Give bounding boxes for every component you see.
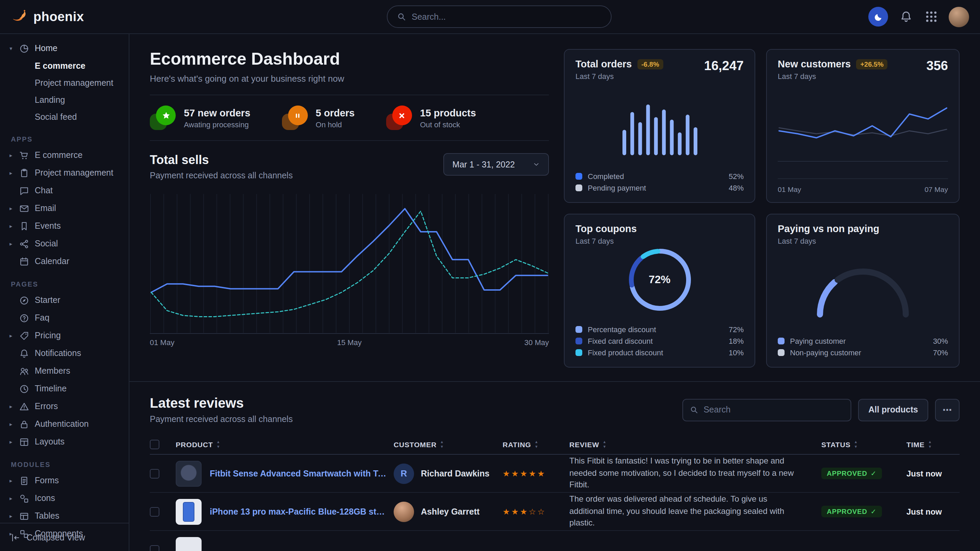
- brand-name: phoenix: [33, 9, 84, 24]
- column-header-rating[interactable]: RATING▲▼: [503, 440, 563, 449]
- reviews-search[interactable]: [682, 399, 851, 421]
- sidebar-item-social[interactable]: ▸Social: [0, 235, 129, 252]
- review-row: iPhone 13 pro max-Pacific Blue-128GB sto…: [150, 493, 959, 531]
- sidebar-item-authentication[interactable]: ▸Authentication: [0, 415, 129, 433]
- sidebar-item-starter[interactable]: Starter: [0, 291, 129, 309]
- sidebar-section-label-pages: PAGES: [11, 280, 118, 288]
- card-period: Last 7 days: [778, 72, 888, 80]
- sidebar-item-label: Starter: [35, 295, 60, 305]
- total-sells-chart: [150, 190, 549, 334]
- reviews-table-header: PRODUCT▲▼CUSTOMER▲▼RATING▲▼REVIEW▲▼STATU…: [150, 435, 959, 455]
- sort-icon: ▲▼: [216, 440, 220, 449]
- reviews-search-input[interactable]: [703, 405, 844, 414]
- column-label: RATING: [503, 440, 531, 449]
- reviews-title: Latest reviews: [150, 395, 293, 411]
- sidebar-item-layouts[interactable]: ▸Layouts: [0, 433, 129, 451]
- legend-label: Pending payment: [588, 183, 646, 192]
- sidebar-item-email[interactable]: ▸Email: [0, 199, 129, 217]
- warning-icon: [19, 401, 29, 411]
- sidebar-item-faq[interactable]: Faq: [0, 309, 129, 327]
- column-label: REVIEW: [570, 440, 599, 449]
- stat-on-hold: 5 ordersOn hold: [282, 105, 355, 130]
- legend-label: Fixed card discount: [588, 337, 653, 345]
- global-search-input[interactable]: [412, 12, 601, 21]
- total-orders-bar-chart: [622, 95, 697, 155]
- row-checkbox[interactable]: [150, 468, 159, 478]
- sidebar-item-pricing[interactable]: ▸Pricing: [0, 327, 129, 345]
- brand[interactable]: phoenix: [11, 8, 129, 25]
- sidebar-item-e-commerce[interactable]: ▸E commerce: [0, 146, 129, 164]
- sidebar-item-timeline[interactable]: Timeline: [0, 380, 129, 397]
- bell-icon: [19, 348, 29, 358]
- caret-right-icon: ▸: [8, 421, 14, 427]
- column-header-product[interactable]: PRODUCT▲▼: [176, 440, 387, 449]
- caret-right-icon: ▸: [8, 170, 14, 176]
- sidebar-item-label: Chat: [35, 186, 53, 195]
- legend-value: 72%: [729, 325, 744, 333]
- sidebar-item-label: E commerce: [35, 151, 83, 160]
- sidebar-item-events[interactable]: ▸Events: [0, 217, 129, 235]
- table-icon: [19, 511, 29, 521]
- sidebar-item-notifications[interactable]: Notifications: [0, 345, 129, 362]
- sidebar-item-icons[interactable]: ▸Icons: [0, 489, 129, 507]
- all-products-button[interactable]: All products: [858, 399, 928, 421]
- trend-badge: -6.8%: [637, 59, 663, 69]
- stat-value: 5 orders: [316, 107, 355, 118]
- customer-avatar: R: [394, 463, 414, 484]
- sidebar-item-label: Project management: [35, 168, 113, 178]
- select-all-checkbox[interactable]: [150, 440, 159, 449]
- page-title: Ecommerce Dashboard: [150, 49, 549, 69]
- legend-swatch: [778, 337, 784, 344]
- sidebar-item-calendar[interactable]: Calendar: [0, 252, 129, 270]
- apps-grid-button[interactable]: [923, 9, 939, 24]
- total-sells-x-axis: 01 May 15 May 30 May: [150, 338, 549, 346]
- sidebar-item-forms[interactable]: ▸Forms: [0, 472, 129, 489]
- legend-swatch: [576, 184, 582, 191]
- product-link[interactable]: Fitbit Sense Advanced Smartwatch with To…: [210, 468, 387, 478]
- sidebar-item-e-commerce[interactable]: E commerce: [0, 57, 129, 74]
- grid-icon: [923, 10, 939, 23]
- column-header-time[interactable]: TIME▲▼: [907, 440, 959, 449]
- x-tick: 01 May: [778, 185, 801, 193]
- clipboard-icon: [19, 168, 29, 178]
- new-customers-chart-area: [778, 80, 948, 178]
- collapsed-view-toggle[interactable]: Collapsed View: [0, 523, 129, 551]
- row-checkbox[interactable]: [150, 545, 159, 551]
- sidebar-item-landing[interactable]: Landing: [0, 91, 129, 108]
- date-range-select[interactable]: Mar 1 - 31, 2022: [444, 153, 549, 176]
- legend-label: Paying customer: [790, 337, 846, 345]
- card-head: Total orders -6.8% Last 7 days 16,247: [576, 59, 744, 80]
- sidebar-item-home[interactable]: ▾Home: [0, 40, 129, 57]
- search-icon: [690, 406, 698, 414]
- legend-label: Completed: [588, 172, 624, 180]
- column-header-status[interactable]: STATUS▲▼: [821, 440, 900, 449]
- sidebar-item-tables[interactable]: ▸Tables: [0, 507, 129, 525]
- sidebar-item-chat[interactable]: Chat: [0, 182, 129, 199]
- global-search[interactable]: [387, 5, 611, 28]
- reviews-subtitle: Payment received across all channels: [150, 414, 293, 424]
- product-link[interactable]: iPhone 13 pro max-Pacific Blue-128GB sto…: [210, 507, 387, 516]
- dashboard-left-column: Ecommerce Dashboard Here's what's going …: [150, 49, 549, 368]
- column-header-customer[interactable]: CUSTOMER▲▼: [394, 440, 496, 449]
- file-icon: [19, 475, 29, 486]
- sidebar-item-label: Layouts: [35, 437, 65, 446]
- row-checkbox[interactable]: [150, 507, 159, 516]
- theme-toggle-button[interactable]: [868, 7, 888, 27]
- sidebar-item-errors[interactable]: ▸Errors: [0, 397, 129, 415]
- status-badge: APPROVED✓: [821, 468, 882, 479]
- column-header-review[interactable]: REVIEW▲▼: [570, 440, 815, 449]
- stat-text: 15 productsOut of stock: [420, 107, 476, 128]
- column-label: CUSTOMER: [394, 440, 436, 449]
- top-coupons-card: Top coupons Last 7 days 72% Percentage d…: [564, 214, 755, 368]
- more-options-button[interactable]: ⋯: [935, 399, 959, 421]
- top-navbar: phoenix: [0, 0, 980, 34]
- user-avatar[interactable]: [949, 6, 969, 27]
- notifications-button[interactable]: [898, 9, 913, 24]
- caret-right-icon: ▸: [8, 478, 14, 484]
- sidebar-item-project-management[interactable]: ▸Project management: [0, 164, 129, 182]
- trend-badge: +26.5%: [856, 59, 888, 69]
- sidebar-item-members[interactable]: Members: [0, 362, 129, 380]
- sidebar-item-project-management[interactable]: Project management: [0, 74, 129, 91]
- stat-caption: Awating processing: [184, 120, 250, 128]
- sidebar-item-social-feed[interactable]: Social feed: [0, 108, 129, 125]
